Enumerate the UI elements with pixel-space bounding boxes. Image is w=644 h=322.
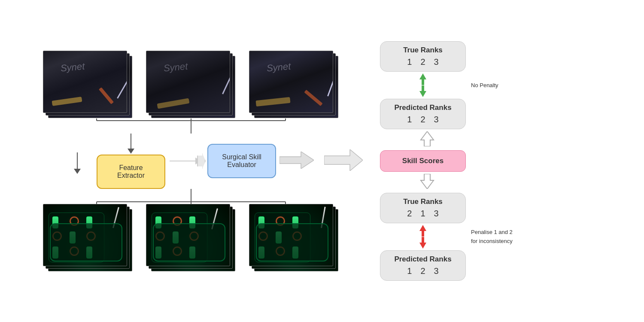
- true-ranks-label-2: True Ranks: [391, 197, 455, 206]
- bottom-rank-group: True Ranks 2 1 3 Predicted Ranks: [380, 193, 513, 281]
- feature-extractor-label-1: Feature: [119, 164, 143, 171]
- no-penalty-label: No Penalty: [471, 82, 498, 88]
- bottom-video-stack-2: [146, 204, 236, 272]
- surgical-evaluator-label-1: Surgical Skill: [222, 153, 261, 161]
- skill-evaluator-box: Surgical Skill Evaluator: [207, 144, 276, 178]
- svg-marker-14: [421, 174, 434, 189]
- predicted-ranks-numbers-1: 1 2 3: [391, 115, 455, 125]
- true-ranks-numbers-2: 2 1 3: [391, 209, 455, 219]
- svg-marker-13: [421, 131, 434, 146]
- down-arrow-from-skill-scores: [419, 174, 436, 191]
- feature-extractor-label-2: Extractor: [117, 172, 145, 179]
- true-ranks-numbers-1: 1 2 3: [391, 57, 455, 67]
- skill-scores-box: Skill Scores: [380, 150, 466, 172]
- top-video-stack-3: [249, 51, 339, 118]
- true-ranks-label-1: True Ranks: [391, 46, 455, 55]
- true-ranks-box-2: True Ranks 2 1 3: [380, 193, 466, 223]
- predicted-ranks-label-2: Predicted Ranks: [391, 255, 455, 264]
- predicted-ranks-box-2: Predicted Ranks 1 2 3: [380, 250, 466, 281]
- svg-marker-11: [419, 73, 426, 85]
- penalty-arrow: [417, 225, 429, 249]
- predicted-ranks-box-1: Predicted Ranks 1 2 3: [380, 99, 466, 129]
- up-arrow-to-skill-scores: [419, 131, 436, 148]
- predicted-ranks-numbers-2: 1 2 3: [391, 266, 455, 276]
- bottom-connector: [54, 189, 328, 204]
- svg-marker-12: [419, 85, 426, 97]
- feature-extractor-box: Feature Extractor: [97, 155, 165, 189]
- skill-scores-label: Skill Scores: [402, 157, 444, 165]
- bottom-video-stack-3: [249, 204, 339, 272]
- surgical-evaluator-label-2: Evaluator: [227, 161, 256, 168]
- svg-marker-17: [324, 149, 363, 171]
- top-connector: [54, 118, 328, 134]
- no-penalty-arrow: [417, 73, 429, 97]
- svg-marker-15: [419, 225, 426, 237]
- bottom-video-stack-1: [43, 204, 133, 272]
- top-video-stack-1: [43, 51, 133, 118]
- main-right-arrow: [324, 149, 363, 173]
- predicted-ranks-label-1: Predicted Ranks: [391, 103, 455, 112]
- penalise-label: Penalise 1 and 2 for inconsistency: [471, 228, 513, 246]
- svg-marker-16: [419, 237, 426, 249]
- true-ranks-box-1: True Ranks 1 2 3: [380, 41, 466, 72]
- top-rank-group: True Ranks 1 2 3 Predicted Ranks: [380, 41, 498, 129]
- top-video-stack-2: [146, 51, 236, 118]
- svg-marker-5: [279, 152, 314, 169]
